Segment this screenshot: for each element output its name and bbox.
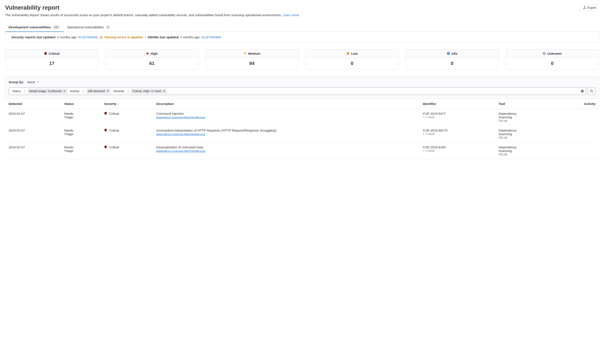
cell-detected: 2024-02-07 (5, 142, 61, 159)
sbom-pipeline-link[interactable]: #1167430364 (201, 35, 221, 39)
col-description[interactable]: Description (153, 99, 419, 109)
severity-card-critical[interactable]: Critical17 (5, 49, 98, 69)
critical-icon (104, 129, 107, 132)
parsing-errors-warning[interactable]: Parsing errors in pipeline (104, 35, 143, 39)
export-label: Export (588, 6, 596, 9)
severity-count: 0 (506, 58, 599, 69)
filter-label: Status (11, 88, 23, 94)
svg-marker-12 (104, 129, 107, 131)
filter-value: Critical, High +1 more (132, 89, 161, 93)
cell-description: Command Injectiondependency-scanning-fil… (153, 109, 419, 126)
svg-marker-13 (104, 146, 107, 148)
tab-1[interactable]: Operational vulnerabilities0 (64, 23, 114, 32)
svg-point-10 (590, 90, 592, 92)
cell-tool: DependencyScanningGitLab (495, 142, 555, 159)
vuln-file-link[interactable]: dependency-scanning-files/Gemfile.lock (156, 150, 205, 153)
col-activity[interactable]: Activity (555, 99, 599, 109)
cell-status: NeedsTriage (61, 126, 101, 142)
col-severity-label: Severity (104, 102, 116, 106)
severity-card-high[interactable]: High61 (105, 49, 198, 69)
remove-filter-icon[interactable]: ✕ (107, 89, 109, 93)
info-icon (447, 52, 450, 55)
severity-count: 84 (206, 58, 298, 69)
tabs: Development vulnerabilities162Operationa… (5, 23, 599, 32)
vulnerability-table: Detected Status Severity ↓ Description I… (5, 99, 599, 159)
group-by-value: None (27, 80, 35, 84)
export-button[interactable]: Export (580, 4, 599, 11)
clear-filters-icon[interactable] (580, 89, 584, 93)
severity-name: Critical (49, 52, 60, 55)
table-row[interactable]: 2024-02-07 NeedsTriage Critical Inconsis… (5, 126, 599, 142)
table-row[interactable]: 2024-02-07 NeedsTriage Critical Command … (5, 109, 599, 126)
sbom-updated-time: 2 months ago (180, 35, 200, 39)
unknown-icon: ? (543, 52, 546, 55)
filter-divider: || (24, 89, 27, 93)
tab-count-badge: 0 (106, 25, 111, 29)
reports-pipeline-link[interactable]: #1167430364 (78, 35, 98, 39)
col-severity[interactable]: Severity ↓ (101, 99, 153, 109)
severity-card-unknown[interactable]: ?Unknown0 (506, 49, 599, 69)
low-icon (346, 52, 350, 55)
severity-card-low[interactable]: Low0 (305, 49, 399, 69)
severity-name: High (151, 52, 158, 55)
sort-descending-icon: ↓ (117, 102, 119, 106)
svg-text:?: ? (543, 52, 545, 55)
vuln-file-link[interactable]: dependency-scanning-files/Gemfile.lock (156, 133, 205, 136)
cell-detected: 2024-02-07 (5, 109, 61, 126)
filter-divider: || (82, 89, 85, 93)
group-by-selector[interactable]: None (27, 80, 39, 84)
cell-activity (555, 126, 599, 142)
vuln-file-link[interactable]: dependency-scanning-files/Gemfile.lock (156, 116, 205, 119)
col-status[interactable]: Status (61, 99, 101, 109)
severity-count: 61 (105, 58, 198, 69)
filter-input[interactable]: Status||Needs triage, Confirmed✕Activity… (9, 87, 586, 95)
cell-detected: 2024-02-07 (5, 126, 61, 142)
separator-dot: • (145, 35, 146, 39)
tab-0[interactable]: Development vulnerabilities162 (5, 23, 64, 32)
filter-value: Still detected (88, 89, 105, 93)
severity-count: 0 (406, 58, 498, 69)
high-icon (146, 52, 149, 55)
cell-severity: Critical (101, 109, 153, 126)
severity-card-medium[interactable]: Medium84 (205, 49, 299, 69)
filter-divider: || (127, 89, 130, 93)
severity-cards: Critical17High61Medium84Low0Info0?Unknow… (5, 49, 599, 69)
cell-identifier: CVE-2019-5477+ 1 more (419, 109, 495, 126)
search-icon (590, 89, 593, 93)
filter-chip[interactable]: Critical, High +1 more✕ (131, 88, 167, 94)
svg-marker-0 (44, 52, 47, 55)
svg-rect-5 (448, 53, 449, 54)
learn-more-link[interactable]: Learn more (283, 13, 299, 17)
severity-count: 0 (306, 58, 398, 69)
filter-label: Activity (68, 88, 81, 94)
cell-severity: Critical (101, 142, 153, 159)
cell-status: NeedsTriage (61, 142, 101, 159)
col-detected[interactable]: Detected (5, 99, 61, 109)
page-title: Vulnerability report (5, 4, 60, 11)
col-tool[interactable]: Tool (495, 99, 555, 109)
cell-tool: DependencyScanningGitLab (495, 126, 555, 142)
severity-name: Info (452, 52, 458, 55)
filter-chip[interactable]: Still detected✕ (86, 88, 111, 94)
filter-chip[interactable]: Needs triage, Confirmed✕ (27, 88, 67, 94)
cell-activity (555, 142, 599, 159)
cell-identifier: CVE-2020-8165+ 1 more (419, 142, 495, 159)
cell-status: NeedsTriage (61, 109, 101, 126)
remove-filter-icon[interactable]: ✕ (163, 89, 165, 93)
sbom-updated-label: SBOMs last updated (148, 35, 178, 39)
tab-count-badge: 162 (52, 25, 60, 29)
cell-identifier: CVE-2023-40175+ 2 more (419, 126, 495, 142)
export-icon (583, 6, 586, 9)
tab-label: Development vulnerabilities (9, 25, 51, 29)
remove-filter-icon[interactable]: ✕ (63, 89, 66, 93)
severity-name: Unknown (547, 52, 562, 55)
svg-point-3 (347, 52, 349, 55)
cell-tool: DependencyScanningGitLab (495, 109, 555, 126)
search-button[interactable] (588, 87, 595, 95)
table-row[interactable]: 2024-02-07 NeedsTriage Critical Deserial… (5, 142, 599, 159)
severity-name: Low (351, 52, 358, 55)
severity-card-info[interactable]: Info0 (405, 49, 499, 69)
filter-value: Needs triage, Confirmed (29, 89, 62, 93)
col-identifier[interactable]: Identifier (419, 99, 495, 109)
svg-rect-6 (448, 52, 449, 53)
